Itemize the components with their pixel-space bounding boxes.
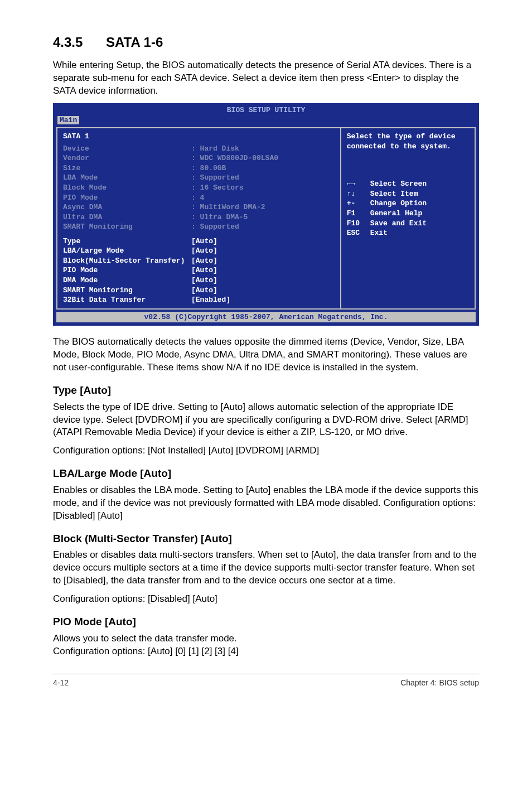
key-text: General Help [370, 209, 423, 219]
section-heading: 4.3.5SATA 1-6 [53, 33, 479, 51]
bios-option-value: [Auto] [191, 265, 217, 276]
bios-info-value: : 4 [191, 193, 204, 203]
bios-info-label: Async DMA [63, 202, 191, 212]
key-text: Change Option [370, 199, 427, 209]
bios-option-value: [Auto] [191, 286, 217, 296]
bios-title: BIOS SETUP UTILITY [54, 104, 478, 115]
block-heading: Block (Multi-Sector Transfer) [Auto] [53, 532, 479, 546]
key-esc-icon: ESC [347, 228, 370, 238]
bios-info-row: Async DMA: MultiWord DMA-2 [63, 202, 335, 212]
bios-info-label: Device [63, 144, 191, 154]
bios-tabs: Main [54, 115, 478, 128]
key-text: Select Screen [370, 179, 427, 189]
bios-option-label: DMA Mode [63, 276, 191, 286]
key-row: +-Change Option [347, 199, 469, 209]
bios-info-label: PIO Mode [63, 193, 191, 203]
key-row: ESCExit [347, 228, 469, 238]
bios-copyright: v02.58 (C)Copyright 1985-2007, American … [56, 312, 476, 323]
pio-paragraph: Allows you to select the data transfer m… [53, 632, 479, 645]
key-f10-icon: F10 [347, 219, 370, 229]
bios-tab-main[interactable]: Main [57, 116, 79, 124]
bios-option-row[interactable]: LBA/Large Mode[Auto] [63, 246, 335, 256]
lba-heading: LBA/Large Mode [Auto] [53, 466, 479, 481]
bios-info-label: SMART Monitoring [63, 222, 191, 232]
key-plusminus-icon: +- [347, 199, 370, 209]
bios-help-text: Select the type of device connected to t… [347, 132, 469, 151]
bios-option-row[interactable]: PIO Mode[Auto] [63, 265, 335, 276]
bios-left-panel: SATA 1 Device: Hard Disk Vendor: WDC WD8… [57, 128, 341, 308]
bios-key-help: ←→Select Screen ↑↓Select Item +-Change O… [347, 179, 469, 238]
bios-right-panel: Select the type of device connected to t… [341, 128, 475, 308]
bios-info-row: PIO Mode: 4 [63, 193, 335, 203]
bios-info-row: Block Mode: 16 Sectors [63, 183, 335, 193]
section-number: 4.3.5 [53, 33, 106, 51]
bios-option-value: [Auto] [191, 246, 217, 256]
pio-heading: PIO Mode [Auto] [53, 615, 479, 629]
pio-config-options: Configuration options: [Auto] [0] [1] [2… [53, 645, 479, 658]
bios-option-row[interactable]: SMART Monitoring[Auto] [63, 286, 335, 296]
after-bios-paragraph: The BIOS automatically detects the value… [53, 336, 479, 374]
bios-info-value: : MultiWord DMA-2 [191, 202, 265, 212]
key-arrows-icon: ←→ [347, 179, 370, 189]
bios-option-label: LBA/Large Mode [63, 246, 191, 256]
bios-info-block: Device: Hard Disk Vendor: WDC WD800JD-00… [63, 144, 335, 232]
bios-info-row: Ultra DMA: Ultra DMA-5 [63, 212, 335, 223]
bios-info-row: LBA Mode: Supported [63, 173, 335, 183]
bios-main-panel: SATA 1 Device: Hard Disk Vendor: WDC WD8… [56, 127, 476, 309]
bios-info-label: Block Mode [63, 183, 191, 193]
bios-info-row: Vendor: WDC WD800JD-00LSA0 [63, 153, 335, 163]
bios-option-value: [Auto] [191, 256, 217, 266]
bios-info-row: Size: 80.0GB [63, 163, 335, 173]
bios-option-label: Block(Multi-Sector Transfer) [63, 256, 191, 266]
bios-option-value: [Enabled] [191, 295, 230, 305]
key-f1-icon: F1 [347, 209, 370, 219]
bios-option-value: [Auto] [191, 236, 217, 247]
bios-option-value: [Auto] [191, 276, 217, 286]
bios-option-row[interactable]: 32Bit Data Transfer[Enabled] [63, 295, 335, 305]
bios-info-label: Vendor [63, 153, 191, 163]
key-text: Select Item [370, 189, 418, 199]
key-text: Exit [370, 228, 388, 238]
type-config-options: Configuration options: [Not Installed] [… [53, 445, 479, 457]
bios-info-row: SMART Monitoring: Supported [63, 222, 335, 232]
lba-paragraph: Enables or disables the LBA mode. Settin… [53, 484, 479, 523]
bios-info-value: : 80.0GB [191, 163, 226, 173]
key-row: ←→Select Screen [347, 179, 469, 189]
page-number: 4-12 [53, 678, 69, 688]
bios-info-label: Size [63, 163, 191, 173]
bios-info-value: : Supported [191, 222, 239, 232]
key-row: F1General Help [347, 209, 469, 219]
block-paragraph: Enables or disables data multi-sectors t… [53, 549, 479, 587]
block-config-options: Configuration options: [Disabled] [Auto] [53, 593, 479, 606]
page-footer: 4-12 Chapter 4: BIOS setup [53, 674, 479, 688]
bios-option-label: 32Bit Data Transfer [63, 295, 191, 305]
bios-info-value: : Ultra DMA-5 [191, 212, 248, 223]
bios-sata-header: SATA 1 [63, 132, 335, 142]
bios-info-label: LBA Mode [63, 173, 191, 183]
intro-paragraph: While entering Setup, the BIOS automatic… [53, 59, 479, 98]
bios-info-label: Ultra DMA [63, 212, 191, 223]
key-updown-icon: ↑↓ [347, 189, 370, 199]
key-text: Save and Exit [370, 219, 427, 229]
bios-screenshot: BIOS SETUP UTILITY Main SATA 1 Device: H… [53, 103, 479, 326]
bios-option-label: SMART Monitoring [63, 286, 191, 296]
bios-info-value: : 16 Sectors [191, 183, 244, 193]
chapter-label: Chapter 4: BIOS setup [400, 678, 479, 688]
bios-option-label: PIO Mode [63, 265, 191, 276]
key-row: ↑↓Select Item [347, 189, 469, 199]
bios-info-row: Device: Hard Disk [63, 144, 335, 154]
key-row: F10Save and Exit [347, 219, 469, 229]
type-paragraph: Selects the type of IDE drive. Setting t… [53, 401, 479, 439]
bios-option-row[interactable]: Type[Auto] [63, 236, 335, 247]
bios-info-value: : Supported [191, 173, 239, 183]
bios-info-value: : WDC WD800JD-00LSA0 [191, 153, 278, 163]
bios-info-value: : Hard Disk [191, 144, 239, 154]
section-title-text: SATA 1-6 [106, 35, 163, 50]
type-heading: Type [Auto] [53, 383, 479, 398]
bios-option-row[interactable]: Block(Multi-Sector Transfer)[Auto] [63, 256, 335, 266]
bios-option-label: Type [63, 236, 191, 247]
bios-option-row[interactable]: DMA Mode[Auto] [63, 276, 335, 286]
bios-options-block: Type[Auto] LBA/Large Mode[Auto] Block(Mu… [63, 236, 335, 305]
